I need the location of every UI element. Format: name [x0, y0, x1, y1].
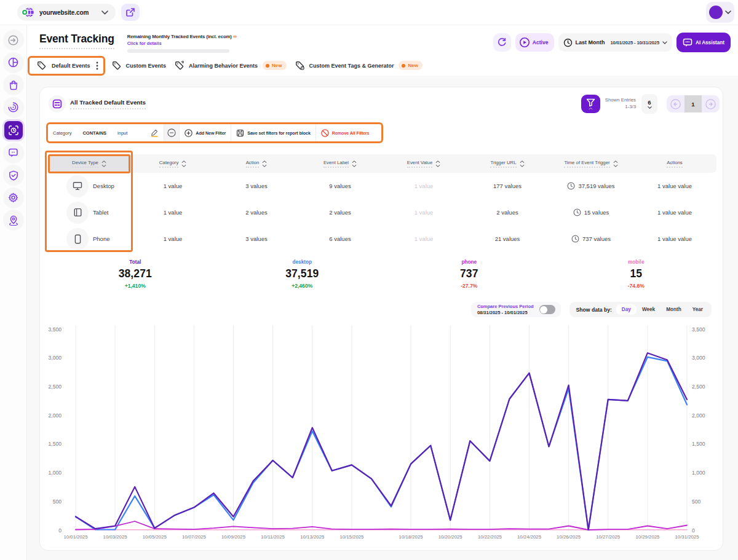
- sort-icon[interactable]: [520, 160, 525, 167]
- compare-previous-period[interactable]: Compare Previous Period 08/31/2025 - 10/…: [471, 302, 561, 317]
- sort-icon[interactable]: [181, 160, 186, 167]
- sort-icon[interactable]: [435, 160, 440, 167]
- date-range-picker[interactable]: Last Month 10/01/2025 - 10/31/2025: [558, 33, 672, 52]
- svg-text:10/15/2025: 10/15/2025: [339, 534, 364, 540]
- quota-widget[interactable]: Remaining Monthly Tracked Events (incl. …: [127, 33, 236, 53]
- refresh-button[interactable]: [493, 33, 511, 52]
- cell-event-value: 1 value: [382, 209, 466, 216]
- site-domain: yourwebsite.com: [39, 9, 97, 16]
- column-header-action[interactable]: Action: [215, 154, 298, 173]
- cell-trigger-url: 177 values: [466, 183, 549, 189]
- status-active-pill[interactable]: Active: [515, 33, 554, 52]
- tracked-events-icon: [52, 99, 62, 109]
- line-chart-svg: 005005001,0001,0001,5001,5002,0002,0002,…: [40, 323, 719, 551]
- svg-text:0: 0: [58, 527, 62, 534]
- granularity-week[interactable]: Week: [637, 304, 661, 315]
- open-site-button[interactable]: [121, 4, 140, 21]
- stat-delta: +1,410%: [52, 283, 219, 289]
- compare-toggle[interactable]: [539, 305, 555, 314]
- card-icon-wrap: [49, 95, 66, 112]
- user-menu[interactable]: [706, 2, 734, 23]
- shown-entries: Shown Entries 1-3/3: [604, 97, 636, 111]
- svg-text:3,500: 3,500: [692, 326, 705, 333]
- shopping-bag-icon: [9, 80, 18, 90]
- column-header-actions: Actions: [633, 154, 716, 173]
- column-header-event-value[interactable]: Event Value: [382, 154, 466, 173]
- ai-assistant-label: AI Assistant: [696, 40, 724, 45]
- stat-value: 737: [386, 267, 553, 280]
- time-of-trigger-value: 737 values: [582, 235, 611, 242]
- remove-all-filters-button[interactable]: Remove All Filters: [315, 124, 375, 141]
- column-header-device-type[interactable]: Device Type: [47, 154, 131, 173]
- edit-pen-icon[interactable]: [150, 128, 159, 137]
- new-badge: New: [263, 61, 286, 70]
- tab-custom-events[interactable]: Custom Events: [112, 61, 167, 70]
- site-selector[interactable]: yourwebsite.com: [17, 4, 116, 21]
- stat-value: 15: [553, 267, 720, 280]
- tab-alarming-behavior-events[interactable]: Alarming Behavior EventsNew: [175, 61, 287, 70]
- tab-custom-event-tags-generator[interactable]: Custom Event Tags & GeneratorNew: [295, 61, 423, 70]
- slash-circle-icon: [321, 129, 329, 137]
- tag-gear-icon: [295, 61, 304, 70]
- prev-page-button[interactable]: [667, 99, 684, 109]
- save-filters-button[interactable]: Save set filters for report block: [231, 124, 315, 141]
- next-page-button[interactable]: [702, 99, 720, 109]
- sort-icon[interactable]: [101, 160, 106, 167]
- play-circle-icon: [519, 37, 530, 48]
- chevron-up-icon: [589, 108, 593, 110]
- column-header-category[interactable]: Category: [131, 154, 215, 173]
- filter-funnel-button[interactable]: [581, 95, 600, 113]
- compare-dates: 08/31/2025 - 10/01/2025: [477, 310, 534, 315]
- table-row-desktop[interactable]: Desktop 1 value 3 values 9 values 1 valu…: [47, 173, 716, 199]
- table-row-phone[interactable]: Phone 1 value 3 values 6 values 1 value …: [47, 226, 716, 252]
- kebab-menu-icon[interactable]: [96, 61, 98, 70]
- add-new-filter-button[interactable]: Add New Filter: [180, 124, 231, 141]
- card-title: All Tracked Default Events: [70, 99, 146, 109]
- column-header-event-label[interactable]: Event Label: [298, 154, 382, 173]
- ai-assistant-button[interactable]: AI Assistant: [676, 33, 731, 52]
- column-header-time-of-event-trigger[interactable]: Time of Event Trigger: [549, 154, 633, 173]
- tab-default-events[interactable]: Default Events: [28, 56, 105, 76]
- granularity-day[interactable]: Day: [616, 304, 637, 315]
- series-line-desktop: [76, 357, 687, 530]
- svg-text:10/01/2025: 10/01/2025: [63, 534, 88, 540]
- report-card: All Tracked Default Events Shown Entries…: [39, 87, 723, 551]
- sidebar-item-event-tracking[interactable]: [2, 119, 25, 141]
- table-row-tablet[interactable]: Tablet 1 value 2 values 2 values 1 value…: [47, 199, 716, 226]
- granularity-month[interactable]: Month: [661, 304, 687, 315]
- external-link-icon: [126, 8, 135, 17]
- sidebar-item-chat[interactable]: [3, 143, 24, 164]
- events-table: Device TypeCategoryActionEvent LabelEven…: [47, 154, 716, 252]
- sort-icon[interactable]: [262, 160, 267, 167]
- tab-label: Custom Events: [126, 63, 167, 69]
- sort-icon[interactable]: [352, 160, 357, 167]
- cell-event-label: 6 values: [298, 235, 382, 242]
- sidebar-item-swirl[interactable]: [3, 97, 24, 118]
- sidebar-item-shield[interactable]: [3, 165, 24, 186]
- site-logo-icon: [21, 6, 34, 19]
- arrow-right-circle-icon: [705, 99, 716, 109]
- sidebar-item-pie-chart[interactable]: [3, 52, 24, 73]
- svg-text:2,500: 2,500: [48, 384, 62, 390]
- remove-filter-button[interactable]: [164, 124, 179, 141]
- sidebar-item-location[interactable]: [3, 210, 24, 231]
- stat-delta: -27.7%: [386, 283, 553, 289]
- quota-details-link[interactable]: Click for details: [127, 41, 236, 46]
- location-icon: [9, 215, 18, 226]
- gear-icon: [8, 192, 18, 203]
- column-header-trigger-url[interactable]: Trigger URL: [466, 154, 549, 173]
- cell-device-type: Phone: [47, 228, 131, 250]
- sidebar-item-collapse[interactable]: [3, 30, 24, 50]
- page-size-select[interactable]: 6: [641, 94, 657, 114]
- sort-icon[interactable]: [613, 160, 618, 167]
- sidebar-item-shopping-bag[interactable]: [3, 74, 24, 95]
- svg-text:10/27/2025: 10/27/2025: [596, 534, 621, 540]
- toggle-knob: [540, 306, 547, 314]
- badge-dot: [402, 64, 405, 68]
- cell-action: 3 values: [215, 183, 298, 189]
- granularity-year[interactable]: Year: [687, 304, 708, 315]
- filter-condition[interactable]: Category CONTAINS input: [48, 124, 164, 141]
- current-page[interactable]: 1: [684, 95, 702, 112]
- cell-action: 2 values: [215, 209, 298, 216]
- sidebar-item-gear[interactable]: [3, 187, 24, 208]
